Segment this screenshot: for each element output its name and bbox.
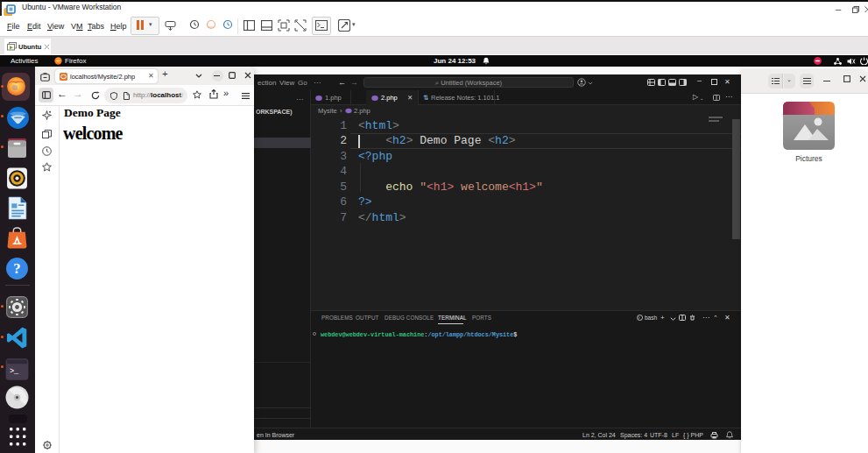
- svg-text:>_: >_: [10, 367, 19, 376]
- svg-text:?: ?: [13, 260, 20, 277]
